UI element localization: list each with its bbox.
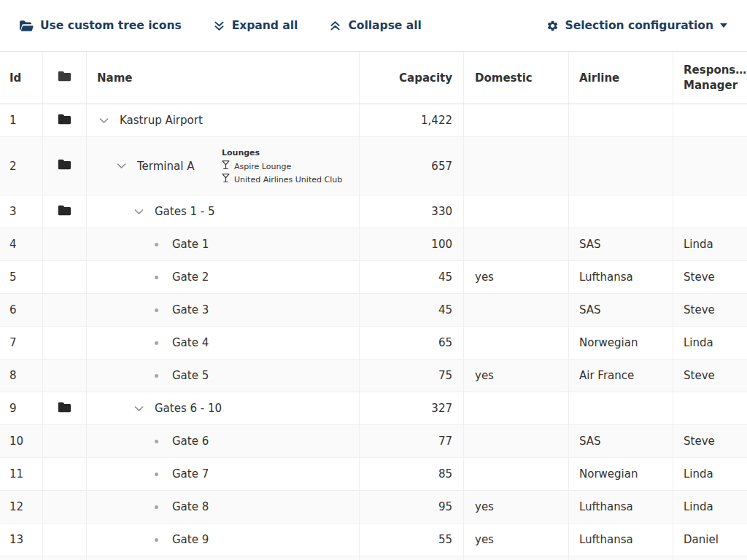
row-id-cell: 10: [0, 425, 43, 457]
row-id-cell: 12: [0, 491, 43, 523]
tree-indent: [97, 540, 150, 540]
row-id-cell: 3: [0, 195, 43, 228]
row-airline-cell: Lufthansa: [569, 491, 673, 523]
row-capacity-cell: 657: [360, 137, 464, 195]
tree-indent: [97, 166, 115, 166]
row-id-cell: 11: [0, 458, 43, 490]
gear-icon: [546, 20, 559, 32]
row-airline-cell: [569, 392, 673, 424]
table-row[interactable]: 9Gates 6 - 10327: [0, 392, 747, 425]
folder-icon: [58, 159, 71, 173]
row-manager-cell: Linda: [673, 458, 747, 490]
tree-indent: [97, 441, 150, 442]
table-row[interactable]: 8Gate 575yesAir FranceSteve: [0, 359, 747, 392]
row-manager-cell: Linda: [673, 491, 747, 523]
row-id-cell: 9: [0, 392, 43, 424]
chevrons-up-icon: [329, 20, 341, 32]
collapse-all-label: Collapse all: [348, 19, 421, 32]
table-row[interactable]: 4Gate 1100SASLinda: [0, 228, 747, 261]
row-name: Kastrup Airport: [120, 114, 203, 127]
header-id[interactable]: Id: [0, 52, 43, 104]
tree-indent: [97, 244, 150, 245]
grid-header-row: Id Name Capacity Domestic Airline Respon…: [0, 52, 747, 104]
tree-grid: Id Name Capacity Domestic Airline Respon…: [0, 51, 747, 560]
table-row[interactable]: 10Gate 677SASSteve: [0, 425, 747, 458]
row-manager-cell: [673, 104, 747, 136]
row-name: Gate 8: [172, 500, 209, 513]
partial-cell: [87, 556, 360, 560]
partial-cell: [569, 556, 673, 560]
header-responsible-manager[interactable]: Respons… Manager: [673, 52, 747, 104]
table-row[interactable]: 6Gate 345SASSteve: [0, 294, 747, 327]
row-icon-cell: [43, 359, 87, 392]
row-name-cell: Gate 3: [87, 294, 360, 326]
collapse-toggle-chevron-down-icon[interactable]: [115, 160, 128, 173]
collapse-toggle-chevron-down-icon[interactable]: [132, 402, 145, 415]
tree-indent: [97, 376, 150, 376]
tree-indent: [97, 343, 150, 343]
row-airline-cell: SAS: [569, 294, 673, 326]
collapse-toggle-chevron-down-icon[interactable]: [132, 205, 145, 218]
table-row[interactable]: 13Gate 955yesLufthansaDaniel: [0, 524, 747, 556]
table-row[interactable]: 5Gate 245yesLufthansaSteve: [0, 261, 747, 294]
row-name: Gates 1 - 5: [155, 205, 215, 218]
row-icon-cell: [43, 137, 87, 195]
row-name: Gate 7: [172, 467, 209, 481]
row-airline-cell: Norwegian: [569, 327, 673, 359]
row-name-cell: Gate 2: [87, 261, 360, 293]
row-airline-cell: Air France: [569, 359, 673, 392]
row-airline-cell: [569, 195, 673, 228]
row-name-cell: Gates 6 - 10: [87, 392, 360, 424]
header-domestic[interactable]: Domestic: [464, 52, 569, 104]
toolbar: Use custom tree icons Expand all Collaps…: [0, 0, 747, 51]
header-icon-column[interactable]: [43, 52, 87, 104]
leaf-bullet-icon: [150, 238, 163, 251]
row-capacity-cell: 327: [360, 392, 464, 424]
leaf-bullet-icon: [150, 435, 163, 448]
row-capacity-cell: 100: [360, 228, 464, 260]
use-custom-tree-icons-button[interactable]: Use custom tree icons: [19, 19, 182, 32]
row-name-cell: Gate 7: [87, 458, 360, 490]
row-domestic-cell: [464, 294, 569, 326]
table-row[interactable]: 1Kastrup Airport1,422: [0, 104, 747, 137]
row-id-cell: 2: [0, 137, 43, 195]
lounges-title: Lounges: [222, 146, 342, 158]
caret-down-icon: [720, 23, 727, 28]
lounge-item: Aspire Lounge: [222, 160, 342, 173]
table-row[interactable]: 7Gate 465NorwegianLinda: [0, 327, 747, 359]
table-row[interactable]: 11Gate 785NorwegianLinda: [0, 458, 747, 491]
table-row[interactable]: 12Gate 895yesLufthansaLinda: [0, 491, 747, 524]
tree-indent: [97, 310, 150, 311]
row-domestic-cell: [464, 327, 569, 359]
row-icon-cell: [43, 392, 87, 424]
row-capacity-cell: 85: [360, 458, 464, 490]
row-icon-cell: [43, 524, 87, 556]
tree-indent: [97, 507, 150, 508]
row-domestic-cell: yes: [464, 261, 569, 293]
leaf-bullet-icon: [150, 533, 163, 546]
table-row[interactable]: 2Terminal ALoungesAspire LoungeUnited Ai…: [0, 137, 747, 195]
chevrons-down-icon: [213, 20, 225, 32]
table-row[interactable]: 3Gates 1 - 5330: [0, 195, 747, 228]
expand-all-button[interactable]: Expand all: [213, 19, 298, 32]
tree-indent: [97, 277, 150, 278]
collapse-all-button[interactable]: Collapse all: [329, 19, 421, 32]
row-airline-cell: SAS: [569, 228, 673, 260]
row-capacity-cell: 75: [360, 359, 464, 392]
collapse-toggle-chevron-down-icon[interactable]: [97, 114, 110, 127]
row-domestic-cell: [464, 228, 569, 260]
header-capacity[interactable]: Capacity: [360, 52, 464, 104]
row-airline-cell: [569, 104, 673, 136]
selection-configuration-button[interactable]: Selection configuration: [546, 19, 728, 32]
tree-indent: [97, 211, 132, 212]
row-id-cell: 4: [0, 228, 43, 260]
table-row-partial[interactable]: [0, 556, 747, 560]
row-capacity-cell: 65: [360, 327, 464, 359]
row-capacity-cell: 45: [360, 261, 464, 293]
martini-glass-icon: [222, 173, 230, 186]
header-name[interactable]: Name: [87, 52, 360, 104]
header-airline[interactable]: Airline: [569, 52, 673, 104]
lounge-name: Aspire Lounge: [234, 160, 291, 173]
row-id-cell: 1: [0, 104, 43, 136]
row-name: Gate 5: [172, 369, 209, 382]
